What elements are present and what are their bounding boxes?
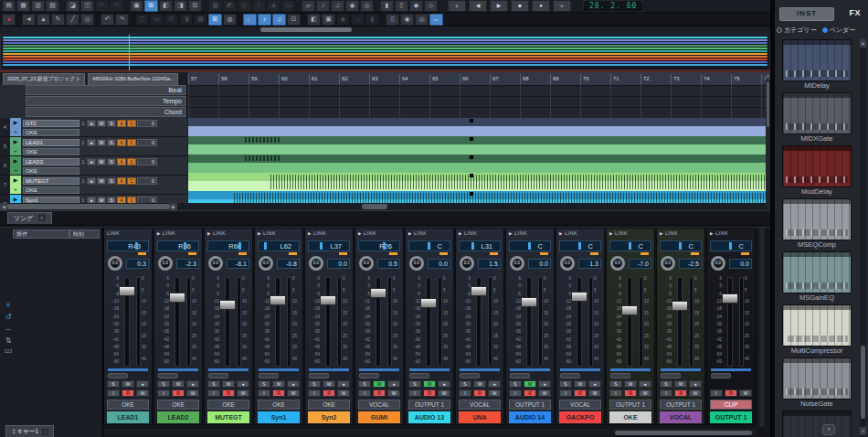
write-automation-button[interactable]: W <box>136 389 149 397</box>
select-tool-icon[interactable]: ▲ <box>37 14 50 26</box>
fader-cap[interactable] <box>370 288 386 298</box>
plugin-manager-icon[interactable]: ◉ <box>345 0 359 12</box>
read-automation-button[interactable]: R <box>524 389 536 397</box>
clip-handle[interactable] <box>470 137 473 141</box>
channel-strip[interactable]: ▶LINKL620.0-0.860-6-12-18-24-30-36-42-48… <box>254 228 303 425</box>
audiosnap-icon[interactable]: ◧ <box>307 14 321 26</box>
go-to-start-button[interactable]: « <box>448 0 466 12</box>
add-take-icon[interactable]: + <box>10 127 21 136</box>
pan-slider[interactable]: C <box>559 240 601 251</box>
automation-write-button[interactable]: C <box>127 139 136 146</box>
mixer-vscrollbar[interactable] <box>759 228 765 427</box>
write-automation-button[interactable]: W <box>488 389 501 397</box>
narrow-strips-icon[interactable]: ↔ <box>5 325 12 333</box>
output-bus-label[interactable]: OKE <box>308 400 350 410</box>
fader-cap[interactable] <box>672 301 688 311</box>
toolbar-scrollbar-thumb[interactable] <box>260 27 352 32</box>
gain-value[interactable]: 0.0 <box>327 259 350 269</box>
write-automation-button[interactable]: W <box>639 389 651 397</box>
mute-button[interactable]: M <box>272 380 285 388</box>
mute-button[interactable]: M <box>97 120 106 127</box>
expand-panel-button[interactable]: › <box>822 424 835 435</box>
line-tool-icon[interactable]: ╱ <box>66 14 79 26</box>
split-tool-icon[interactable]: ⊟ <box>164 14 178 26</box>
pan-slider[interactable]: C <box>408 240 450 251</box>
fader-cap[interactable] <box>420 298 437 308</box>
inst-tab[interactable]: INST <box>779 7 834 21</box>
pan-slider[interactable]: C <box>660 240 702 251</box>
scrollbar-thumb[interactable] <box>615 431 752 435</box>
quantize-tool-icon[interactable]: ◆ <box>336 14 350 26</box>
fader-track[interactable] <box>677 277 683 367</box>
media-icon[interactable]: ♫ <box>331 0 344 12</box>
snap-toggle-icon[interactable]: ⊞ <box>208 14 222 26</box>
gain-value[interactable]: -8.1 <box>227 259 249 269</box>
automation-read-button[interactable]: A <box>117 158 126 165</box>
mute-button[interactable]: M <box>97 197 106 203</box>
fader-cap[interactable] <box>471 286 487 296</box>
ungroup-icon[interactable]: ◇ <box>424 0 438 12</box>
clip-handle[interactable] <box>470 174 473 177</box>
solo-button[interactable]: S <box>559 380 572 388</box>
mute-button[interactable]: M <box>574 380 587 388</box>
input-echo-button[interactable]: I <box>609 389 622 397</box>
write-automation-button[interactable]: W <box>387 389 400 397</box>
fader-track[interactable] <box>627 277 632 367</box>
clip-handle[interactable] <box>470 192 473 196</box>
gain-knob[interactable]: 0.0 <box>661 256 675 271</box>
read-automation-button[interactable]: R <box>725 389 737 397</box>
track-name[interactable]: GT2 <box>23 120 79 127</box>
clip-indicator[interactable]: CLIP <box>710 400 752 410</box>
plugin-item[interactable]: MIDXGate <box>777 92 857 144</box>
clip-row[interactable] <box>188 173 766 191</box>
input-echo-button[interactable]: I <box>207 389 220 397</box>
channel-name[interactable]: GUMI <box>358 411 400 423</box>
close-icon[interactable]: × <box>38 214 46 221</box>
gain-knob[interactable]: 0.0 <box>208 256 223 271</box>
fader-track[interactable] <box>325 277 331 367</box>
write-automation-button[interactable]: W <box>689 389 702 397</box>
link-header[interactable]: ▶LINK <box>657 229 704 240</box>
channel-name[interactable]: UNA <box>459 411 501 423</box>
scroll-left-icon[interactable]: ◀ <box>0 203 7 210</box>
read-automation-button[interactable]: R <box>272 389 285 397</box>
track-name[interactable]: MUTEGT <box>23 177 79 185</box>
export-audio-icon[interactable]: ◫ <box>80 0 94 12</box>
link-header[interactable]: ▶LINK <box>707 229 755 240</box>
pan-slider[interactable]: C <box>609 240 651 251</box>
mute-button[interactable]: M <box>323 380 335 388</box>
input-echo-button[interactable]: I <box>660 389 672 397</box>
link-header[interactable]: ▶LINK <box>607 229 654 240</box>
plugin-item[interactable]: NoiseGate <box>777 357 857 409</box>
fader-cap[interactable] <box>722 293 738 304</box>
gain-knob[interactable]: 0.0 <box>510 256 524 271</box>
channel-name[interactable]: VOCAL <box>660 411 702 423</box>
gain-value[interactable]: 0.0 <box>528 259 551 269</box>
track-name[interactable]: Syn1 <box>23 197 79 203</box>
mute-button[interactable]: M <box>97 177 106 185</box>
gain-value[interactable]: 0.0 <box>729 259 752 269</box>
interleave-button[interactable] <box>610 373 630 378</box>
interleave-button[interactable] <box>359 373 379 378</box>
output-bus-label[interactable]: VOCAL <box>559 400 601 410</box>
link-header[interactable]: ▶LINK <box>255 229 302 240</box>
vendor-radio[interactable]: ベンダー <box>822 25 856 36</box>
write-automation-button[interactable]: W <box>538 389 551 397</box>
interleave-button[interactable] <box>409 373 429 378</box>
new-project-icon[interactable]: ▤ <box>2 0 16 12</box>
gain-knob[interactable]: 0.0 <box>108 256 122 271</box>
gain-value[interactable]: -7.0 <box>629 259 651 269</box>
channel-name[interactable]: AUDIO 13 <box>408 411 450 423</box>
undo-icon[interactable]: ↶ <box>95 0 109 12</box>
record-arm-button[interactable]: ● <box>87 197 96 203</box>
fader-track[interactable] <box>526 277 532 367</box>
gain-knob[interactable]: 0.0 <box>460 256 474 271</box>
gain-value[interactable]: 1.5 <box>478 259 501 269</box>
solo-button[interactable]: S <box>308 380 321 388</box>
channel-name[interactable]: MUTEGT <box>207 411 249 423</box>
add-take-icon[interactable]: + <box>10 146 21 155</box>
browser-icon[interactable]: ▱ <box>302 0 315 12</box>
mute-button[interactable]: M <box>172 380 185 388</box>
plugin-item[interactable]: MIDelay <box>777 39 857 91</box>
interleave-button[interactable] <box>510 373 530 378</box>
